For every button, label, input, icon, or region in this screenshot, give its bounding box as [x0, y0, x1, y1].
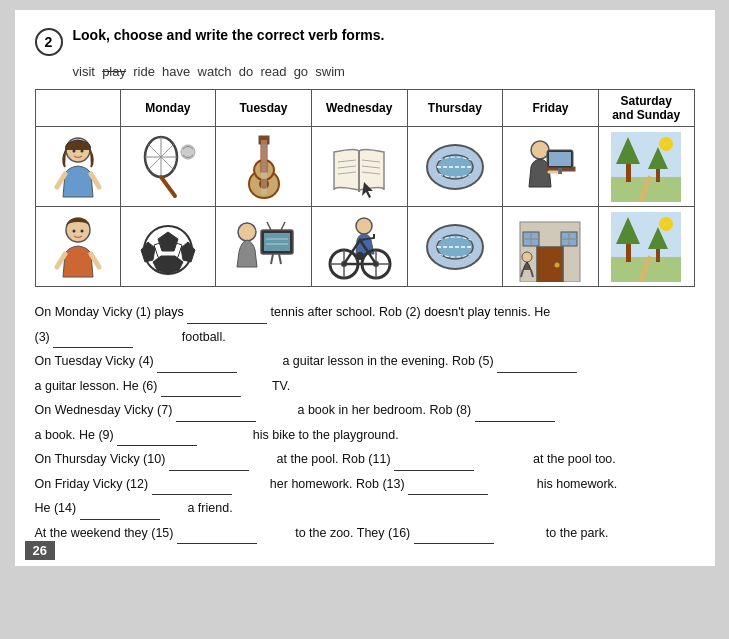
svg-rect-32 — [549, 152, 571, 166]
svg-rect-36 — [626, 162, 631, 182]
blank-8[interactable] — [475, 408, 555, 422]
sentence-1: On Monday Vicky (1) plays tennis after s… — [35, 301, 695, 324]
word-play: play — [102, 64, 126, 79]
park2-icon — [601, 209, 692, 284]
tennis-racket-svg — [133, 132, 203, 202]
word-bank: visit play ride have watch do read go sw… — [73, 64, 695, 79]
svg-rect-38 — [656, 167, 660, 182]
blank-5[interactable] — [497, 359, 577, 373]
vicky-thursday — [407, 127, 503, 207]
door-svg — [515, 212, 585, 282]
svg-rect-52 — [264, 233, 290, 251]
sentence-9: He (14) a friend. — [35, 497, 695, 520]
svg-rect-86 — [626, 242, 631, 262]
svg-point-40 — [659, 137, 673, 151]
wednesday-header: Wednesday — [311, 90, 407, 127]
tennis-icon — [123, 129, 214, 204]
vicky-weekend — [598, 127, 694, 207]
vicky-wednesday — [311, 127, 407, 207]
rob-label-cell — [35, 207, 120, 287]
svg-rect-33 — [558, 168, 562, 174]
vicky-monday — [120, 127, 216, 207]
pool2-icon — [410, 209, 501, 284]
svg-point-43 — [80, 229, 83, 232]
rob-monday — [120, 207, 216, 287]
rob-thursday — [407, 207, 503, 287]
blank-16[interactable] — [414, 530, 494, 544]
svg-rect-88 — [656, 247, 660, 262]
vicky-row — [35, 127, 694, 207]
football-icon — [123, 209, 214, 284]
blank-12[interactable] — [152, 481, 232, 495]
svg-line-9 — [161, 177, 175, 196]
days-grid: Monday Tuesday Wednesday Thursday Friday… — [35, 89, 695, 287]
monday-header: Monday — [120, 90, 216, 127]
svg-line-58 — [281, 222, 285, 230]
vicky-portrait — [38, 129, 118, 204]
svg-point-74 — [555, 262, 560, 267]
friday-header: Friday — [503, 90, 599, 127]
rob-tuesday — [216, 207, 312, 287]
svg-point-50 — [238, 223, 256, 241]
blank-14[interactable] — [80, 506, 160, 520]
svg-point-2 — [72, 149, 75, 152]
open-book-svg — [324, 132, 394, 202]
rob-row — [35, 207, 694, 287]
exercise-text: On Monday Vicky (1) plays tennis after s… — [35, 301, 695, 544]
boy-icon — [43, 212, 113, 282]
tv-svg — [229, 212, 299, 282]
computer-desk-svg — [515, 132, 585, 202]
sentence-5: On Wednesday Vicky (7) a book in her bed… — [35, 399, 695, 422]
blank-4[interactable] — [157, 359, 237, 373]
svg-point-10 — [181, 145, 195, 159]
rob-portrait — [38, 209, 118, 284]
swimming-pool-icon — [410, 129, 501, 204]
svg-point-29 — [531, 141, 549, 159]
exercise-number: 2 — [35, 28, 63, 56]
vicky-friday — [503, 127, 599, 207]
tv-watch-icon — [218, 209, 309, 284]
exercise-instruction: Look, choose and write the correct verb … — [73, 26, 385, 46]
book-read-icon — [314, 129, 405, 204]
sentence-2: (3) football. — [35, 326, 695, 349]
svg-point-90 — [659, 217, 673, 231]
sentence-8: On Friday Vicky (12) her homework. Rob (… — [35, 473, 695, 496]
park-landscape-icon — [601, 129, 692, 204]
weekend-header: Saturdayand Sunday — [598, 90, 694, 127]
blank-7[interactable] — [176, 408, 256, 422]
blank-1[interactable] — [187, 310, 267, 324]
blank-10[interactable] — [169, 457, 249, 471]
microscope-icon — [505, 129, 596, 204]
park2-svg — [611, 212, 681, 282]
park-svg — [611, 132, 681, 202]
football-svg — [133, 212, 203, 282]
guitar-svg — [229, 132, 299, 202]
girl-icon — [43, 132, 113, 202]
svg-point-42 — [72, 229, 75, 232]
blank-13[interactable] — [408, 481, 488, 495]
bike-ride-icon — [314, 209, 405, 284]
vicky-label-cell — [35, 127, 120, 207]
page-number: 26 — [25, 541, 55, 560]
blank-11[interactable] — [394, 457, 474, 471]
svg-line-56 — [279, 254, 281, 264]
rob-wednesday — [311, 207, 407, 287]
sentence-4: a guitar lesson. He (6) TV. — [35, 375, 695, 398]
exercise-page: 2 Look, choose and write the correct ver… — [15, 10, 715, 566]
blank-3[interactable] — [53, 334, 133, 348]
rob-friday — [503, 207, 599, 287]
sentence-7: On Thursday Vicky (10) at the pool. Rob … — [35, 448, 695, 471]
blank-6[interactable] — [161, 383, 241, 397]
sentence-6: a book. He (9) his bike to the playgroun… — [35, 424, 695, 447]
blank-15[interactable] — [177, 530, 257, 544]
svg-point-68 — [356, 252, 364, 260]
svg-line-57 — [267, 222, 271, 230]
guitar-icon — [218, 129, 309, 204]
svg-point-81 — [522, 252, 532, 262]
exercise-header: 2 Look, choose and write the correct ver… — [35, 26, 695, 56]
blank-9[interactable] — [117, 432, 197, 446]
svg-point-59 — [356, 218, 372, 234]
sentence-3: On Tuesday Vicky (4) a guitar lesson in … — [35, 350, 695, 373]
pool-svg — [420, 132, 490, 202]
sentence-10: At the weekend they (15) to the zoo. The… — [35, 522, 695, 545]
